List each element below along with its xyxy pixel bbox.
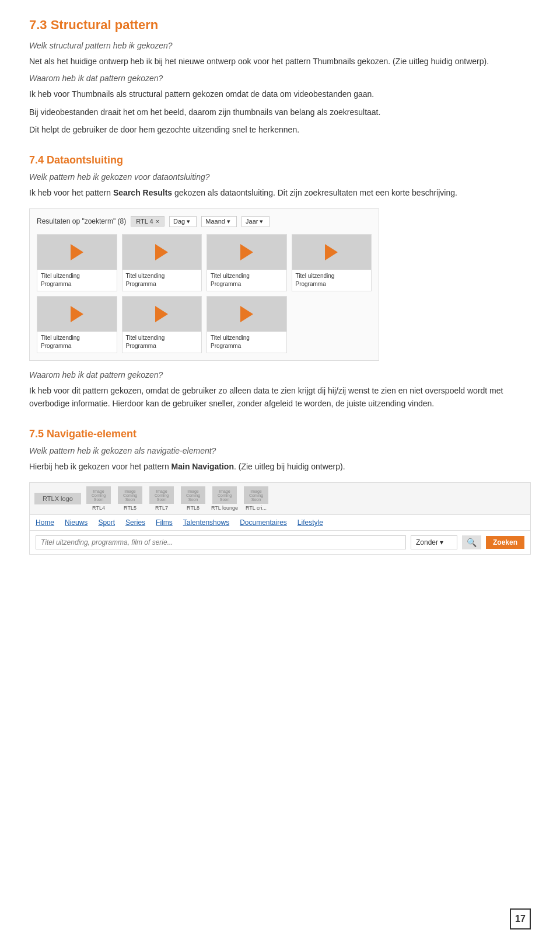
nav-menu-lifestyle[interactable]: Lifestyle	[298, 518, 323, 527]
thumb-item-5: Titel uitzending Programma	[37, 296, 117, 353]
section-74-heading: 7.4 Dataontsluiting	[29, 154, 531, 166]
thumb-sub-7: Programma	[211, 342, 283, 350]
section-73: 7.3 Structural pattern Welk structural p…	[29, 18, 531, 137]
nav-channel-rtlcri[interactable]: Image Coming Soon RTL cri...	[242, 486, 270, 511]
section-75-a1: Hierbij heb ik gekozen voor het pattern …	[29, 460, 531, 473]
nav-channel-label-rtlcri: RTL cri...	[246, 505, 267, 511]
nav-top-bar: RTLX logo Image Coming Soon RTL4 Image C…	[30, 483, 530, 515]
dropdown-dag[interactable]: Dag ▾	[169, 216, 197, 227]
nav-channel-label-rtl5: RTL5	[124, 505, 136, 511]
section-75: 7.5 Navigatie-element Welk pattern heb i…	[29, 428, 531, 555]
play-icon-6	[155, 306, 168, 322]
nav-search-bar: Zonder ▾ 🔍 Zoeken	[30, 531, 530, 554]
thumb-item-4: Titel uitzending Programma	[292, 234, 372, 291]
nav-menu-talentenshows[interactable]: Talentenshows	[183, 518, 229, 527]
thumbnail-grid-row1: Titel uitzending Programma Titel uitzend…	[37, 234, 372, 291]
thumb-info-7: Titel uitzending Programma	[207, 332, 286, 353]
thumb-title-6: Titel uitzending	[126, 334, 198, 342]
filter-tag-label: RTL 4	[136, 218, 153, 225]
nav-channel-label-rtllounge: RTL lounge	[211, 505, 238, 511]
nav-menu-bar: Home Nieuws Sport Series Films Talentens…	[30, 515, 530, 531]
page-number: 17	[510, 908, 531, 929]
nav-channel-label-rtl7: RTL7	[155, 505, 168, 511]
nav-search-without-label: Zonder	[416, 538, 438, 546]
section-73-q1: Welk structural pattern heb ik gekozen?	[29, 41, 531, 50]
results-label: Resultaten op "zoekterm" (8)	[37, 217, 126, 225]
section-75-a1-bold: Main Navigation	[172, 462, 234, 471]
thumb-image-7	[207, 297, 286, 332]
nav-search-input[interactable]	[36, 535, 406, 549]
nav-channel-rtllounge[interactable]: Image Coming Soon RTL lounge	[211, 486, 239, 511]
thumb-item-1: Titel uitzending Programma	[37, 234, 117, 291]
thumb-info-3: Titel uitzending Programma	[207, 270, 286, 291]
thumb-item-6: Titel uitzending Programma	[122, 296, 202, 353]
section-73-heading: 7.3 Structural pattern	[29, 18, 531, 33]
section-73-a1: Net als het huidige ontwerp heb ik bij h…	[29, 55, 531, 68]
thumb-sub-5: Programma	[41, 342, 113, 350]
section-73-a2-2: Bij videobestanden draait het om het bee…	[29, 106, 531, 119]
section-73-a2-3: Dit helpt de gebruiker de door hem gezoc…	[29, 123, 531, 136]
section-75-a1-part2: . (Zie uitleg bij huidig ontwerp).	[234, 462, 345, 471]
section-75-q1: Welk pattern heb ik gekozen als navigati…	[29, 446, 531, 455]
thumb-sub-2: Programma	[126, 280, 198, 288]
nav-channel-rtl7[interactable]: Image Coming Soon RTL7	[148, 486, 176, 511]
section-73-q2: Waarom heb ik dat pattern gekozen?	[29, 74, 531, 83]
dropdown-dag-label: Dag	[173, 218, 185, 225]
thumb-title-7: Titel uitzending	[211, 334, 283, 342]
section-73-a2-1: Ik heb voor Thumbnails als structural pa…	[29, 88, 531, 100]
nav-menu-nieuws[interactable]: Nieuws	[65, 518, 88, 527]
nav-menu-documentaires[interactable]: Documentaires	[240, 518, 287, 527]
section-74-a1-part2: gekozen als dataontsluiting.	[172, 188, 275, 197]
thumb-image-3	[207, 235, 286, 270]
play-icon-1	[71, 244, 83, 260]
thumb-image-2	[123, 235, 202, 270]
section-74-a1-part3: Dit zijn zoekresultaten met een korte be…	[278, 188, 457, 197]
filter-tag[interactable]: RTL 4 ×	[131, 216, 164, 227]
dropdown-maand-label: Maand	[205, 218, 225, 225]
thumb-sub-3: Programma	[211, 280, 283, 288]
filter-tag-close[interactable]: ×	[156, 218, 159, 225]
nav-menu-films[interactable]: Films	[156, 518, 173, 527]
nav-channel-img-rtllounge: Image Coming Soon	[212, 486, 237, 504]
nav-channel-img-rtl8: Image Coming Soon	[181, 486, 205, 504]
nav-channel-img-rtl7: Image Coming Soon	[149, 486, 174, 504]
thumbnail-grid-row2: Titel uitzending Programma Titel uitzend…	[37, 296, 372, 353]
thumb-info-4: Titel uitzending Programma	[292, 270, 372, 291]
nav-logo: RTLX logo	[34, 493, 81, 504]
nav-channel-rtl8[interactable]: Image Coming Soon RTL8	[179, 486, 207, 511]
nav-channel-label-rtl8: RTL8	[187, 505, 200, 511]
nav-channel-rtl4[interactable]: Image Coming Soon RTL4	[85, 486, 113, 511]
section-74: 7.4 Dataontsluiting Welk pattern heb ik …	[29, 154, 531, 410]
thumb-title-4: Titel uitzending	[296, 272, 368, 280]
play-icon-4	[325, 244, 338, 260]
play-icon-2	[155, 244, 168, 260]
thumb-info-6: Titel uitzending Programma	[123, 332, 202, 353]
thumb-info-1: Titel uitzending Programma	[37, 270, 117, 291]
nav-search-button[interactable]: Zoeken	[486, 536, 524, 549]
dropdown-jaar[interactable]: Jaar ▾	[242, 216, 270, 227]
thumb-image-4	[292, 235, 372, 270]
nav-channel-label-rtl4: RTL4	[92, 505, 105, 511]
section-74-q1: Welk pattern heb ik gekozen voor dataont…	[29, 172, 531, 182]
section-75-a1-part1: Hierbij heb ik gekozen voor het pattern	[29, 462, 172, 471]
dropdown-maand[interactable]: Maand ▾	[201, 216, 237, 227]
search-icon: 🔍	[462, 535, 481, 549]
nav-menu-home[interactable]: Home	[36, 518, 54, 527]
thumb-image-6	[123, 297, 202, 332]
thumb-sub-1: Programma	[41, 280, 113, 288]
nav-channel-img-rtl4: Image Coming Soon	[86, 486, 111, 504]
thumb-item-2: Titel uitzending Programma	[122, 234, 202, 291]
nav-menu-sport[interactable]: Sport	[98, 518, 115, 527]
thumb-image-5	[37, 297, 117, 332]
thumb-title-1: Titel uitzending	[41, 272, 113, 280]
search-results-mockup: Resultaten op "zoekterm" (8) RTL 4 × Dag…	[29, 208, 379, 361]
nav-channel-img-rtlcri: Image Coming Soon	[244, 486, 268, 504]
nav-channel-rtl5[interactable]: Image Coming Soon RTL5	[116, 486, 144, 511]
thumb-sub-4: Programma	[296, 280, 368, 288]
nav-menu-series[interactable]: Series	[125, 518, 145, 527]
section-74-q2: Waarom heb ik dat pattern gekozen?	[29, 370, 531, 380]
thumb-info-2: Titel uitzending Programma	[123, 270, 202, 291]
thumb-item-7: Titel uitzending Programma	[206, 296, 287, 353]
nav-search-without-dropdown[interactable]: Zonder ▾	[411, 535, 457, 549]
section-74-a1: Ik heb voor het pattern Search Results g…	[29, 186, 531, 199]
